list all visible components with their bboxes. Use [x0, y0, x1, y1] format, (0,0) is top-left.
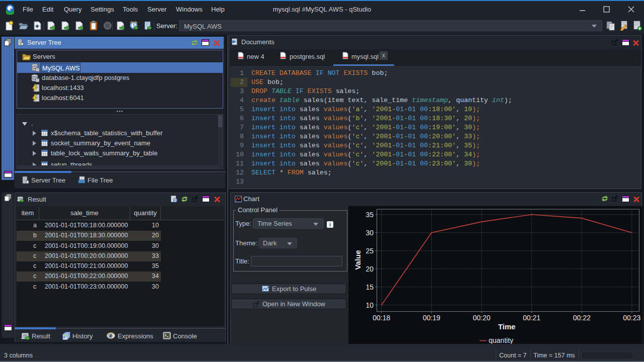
svg-text:00:21: 00:21	[523, 314, 540, 322]
svg-text:Time: Time	[498, 322, 516, 331]
svg-text:00:20: 00:20	[473, 314, 490, 322]
svg-text:35: 35	[365, 211, 374, 219]
svg-text:00:19: 00:19	[423, 314, 440, 322]
svg-text:20: 20	[365, 265, 374, 273]
svg-text:quantity: quantity	[489, 336, 513, 344]
svg-text:00:18: 00:18	[373, 314, 390, 322]
svg-text:00:22: 00:22	[573, 314, 591, 322]
svg-text:15: 15	[365, 283, 374, 291]
svg-text:00:23: 00:23	[623, 314, 640, 322]
svg-text:30: 30	[365, 229, 374, 237]
svg-text:Value: Value	[353, 250, 362, 269]
svg-text:10: 10	[365, 301, 374, 309]
svg-text:25: 25	[365, 247, 374, 255]
